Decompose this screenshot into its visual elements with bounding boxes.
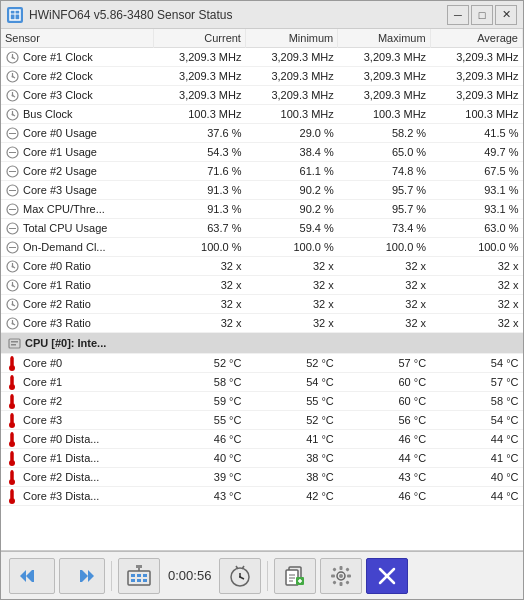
nav-back-button[interactable] bbox=[9, 558, 55, 594]
svg-rect-50 bbox=[11, 341, 18, 343]
maximum-value: 100.0 % bbox=[338, 238, 430, 257]
table-row[interactable]: Core #1 Ratio32 x32 x32 x32 x bbox=[1, 276, 523, 295]
usage-icon bbox=[5, 126, 19, 140]
nav-forward-group bbox=[59, 558, 105, 594]
minimum-value: 55 °C bbox=[245, 392, 337, 411]
table-row[interactable]: Core #2 Ratio32 x32 x32 x32 x bbox=[1, 295, 523, 314]
table-row[interactable]: Core #259 °C55 °C60 °C58 °C bbox=[1, 392, 523, 411]
table-row[interactable]: Bus Clock100.3 MHz100.3 MHz100.3 MHz100.… bbox=[1, 105, 523, 124]
minimum-value: 100.3 MHz bbox=[245, 105, 337, 124]
table-row[interactable]: Core #3 Usage91.3 %90.2 %95.7 %93.1 % bbox=[1, 181, 523, 200]
svg-rect-60 bbox=[11, 396, 14, 404]
table-row[interactable]: Core #052 °C52 °C57 °C54 °C bbox=[1, 354, 523, 373]
table-row[interactable]: Core #2 Dista...39 °C38 °C43 °C40 °C bbox=[1, 468, 523, 487]
minimum-value: 3,209.3 MHz bbox=[245, 48, 337, 67]
table-row[interactable]: Core #0 Ratio32 x32 x32 x32 x bbox=[1, 257, 523, 276]
clock-button[interactable] bbox=[219, 558, 261, 594]
table-row[interactable]: Core #355 °C52 °C56 °C54 °C bbox=[1, 411, 523, 430]
table-row[interactable]: Core #158 °C54 °C60 °C57 °C bbox=[1, 373, 523, 392]
svg-rect-82 bbox=[128, 571, 150, 585]
sensor-name-cell: Core #2 Usage bbox=[1, 162, 153, 181]
clock-icon bbox=[5, 316, 19, 330]
table-row[interactable]: Core #0 Dista...46 °C41 °C46 °C44 °C bbox=[1, 430, 523, 449]
timer-display: 0:00:56 bbox=[164, 568, 215, 583]
minimum-value: 41 °C bbox=[245, 430, 337, 449]
svg-line-14 bbox=[12, 95, 15, 97]
maximum-value: 57 °C bbox=[338, 354, 430, 373]
average-value: 44 °C bbox=[430, 487, 522, 506]
current-value: 39 °C bbox=[153, 468, 245, 487]
sensor-label: Core #3 Ratio bbox=[23, 317, 91, 329]
table-row[interactable]: Core #3 Ratio32 x32 x32 x32 x bbox=[1, 314, 523, 333]
current-value: 55 °C bbox=[153, 411, 245, 430]
svg-rect-107 bbox=[340, 566, 343, 570]
close-button[interactable]: ✕ bbox=[495, 5, 517, 25]
table-row[interactable]: Max CPU/Thre...91.3 %90.2 %95.7 %93.1 % bbox=[1, 200, 523, 219]
sensor-name-cell: Core #3 Ratio bbox=[1, 314, 153, 333]
maximum-value: 65.0 % bbox=[338, 143, 430, 162]
svg-line-36 bbox=[12, 266, 15, 268]
minimum-value: 32 x bbox=[245, 276, 337, 295]
copy-button[interactable] bbox=[274, 558, 316, 594]
maximum-value: 46 °C bbox=[338, 487, 430, 506]
clock-icon bbox=[5, 278, 19, 292]
minimum-value: 3,209.3 MHz bbox=[245, 67, 337, 86]
table-row[interactable]: Core #3 Clock3,209.3 MHz3,209.3 MHz3,209… bbox=[1, 86, 523, 105]
table-row[interactable]: Core #2 Clock3,209.3 MHz3,209.3 MHz3,209… bbox=[1, 67, 523, 86]
svg-line-44 bbox=[12, 304, 15, 306]
maximum-value: 3,209.3 MHz bbox=[338, 48, 430, 67]
current-value: 52 °C bbox=[153, 354, 245, 373]
sensor-table-container[interactable]: Sensor Current Minimum Maximum Average C… bbox=[1, 29, 523, 551]
maximum-value: 74.8 % bbox=[338, 162, 430, 181]
svg-rect-66 bbox=[11, 434, 14, 442]
svg-rect-51 bbox=[11, 344, 16, 346]
sensor-label: Core #1 Usage bbox=[23, 146, 97, 158]
minimum-value: 38 °C bbox=[245, 449, 337, 468]
sensor-name-cell: Core #1 Clock bbox=[1, 48, 153, 67]
sensor-label: Core #0 Ratio bbox=[23, 260, 91, 272]
svg-rect-108 bbox=[340, 582, 343, 586]
current-value: 91.3 % bbox=[153, 200, 245, 219]
svg-marker-80 bbox=[88, 570, 94, 582]
maximize-button[interactable]: □ bbox=[471, 5, 493, 25]
usage-icon bbox=[5, 183, 19, 197]
svg-line-48 bbox=[12, 323, 15, 325]
table-row[interactable]: Core #3 Dista...43 °C42 °C46 °C44 °C bbox=[1, 487, 523, 506]
clock-icon bbox=[5, 88, 19, 102]
maximum-value: 56 °C bbox=[338, 411, 430, 430]
sensor-label: Core #3 bbox=[23, 414, 62, 426]
maximum-value: 3,209.3 MHz bbox=[338, 86, 430, 105]
minimize-button[interactable]: ─ bbox=[447, 5, 469, 25]
current-value: 58 °C bbox=[153, 373, 245, 392]
toolbar: 0:00:56 bbox=[1, 551, 523, 599]
svg-line-18 bbox=[12, 114, 15, 116]
table-row[interactable]: On-Demand Cl...100.0 %100.0 %100.0 %100.… bbox=[1, 238, 523, 257]
sensor-name-cell: Core #2 bbox=[1, 392, 153, 411]
sensor-name-cell: Core #1 bbox=[1, 373, 153, 392]
current-value: 71.6 % bbox=[153, 162, 245, 181]
table-row[interactable]: Core #0 Usage37.6 %29.0 %58.2 %41.5 % bbox=[1, 124, 523, 143]
table-row[interactable]: Core #2 Usage71.6 %61.1 %74.8 %67.5 % bbox=[1, 162, 523, 181]
average-value: 44 °C bbox=[430, 430, 522, 449]
nav-forward-button[interactable] bbox=[59, 558, 105, 594]
svg-marker-76 bbox=[26, 570, 32, 582]
settings-button[interactable] bbox=[320, 558, 362, 594]
table-row[interactable]: Core #1 Dista...40 °C38 °C44 °C41 °C bbox=[1, 449, 523, 468]
table-row[interactable]: Total CPU Usage63.7 %59.4 %73.4 %63.0 % bbox=[1, 219, 523, 238]
table-row[interactable]: Core #1 Usage54.3 %38.4 %65.0 %49.7 % bbox=[1, 143, 523, 162]
sensor-name-cell: Core #0 bbox=[1, 354, 153, 373]
clock-icon bbox=[5, 50, 19, 64]
close-app-button[interactable] bbox=[366, 558, 408, 594]
table-row[interactable]: Core #1 Clock3,209.3 MHz3,209.3 MHz3,209… bbox=[1, 48, 523, 67]
sensor-label: Total CPU Usage bbox=[23, 222, 107, 234]
current-value: 63.7 % bbox=[153, 219, 245, 238]
maximum-value: 95.7 % bbox=[338, 200, 430, 219]
svg-line-40 bbox=[12, 285, 15, 287]
network-button[interactable] bbox=[118, 558, 160, 594]
svg-rect-75 bbox=[11, 491, 14, 499]
usage-icon bbox=[5, 164, 19, 178]
current-value: 59 °C bbox=[153, 392, 245, 411]
svg-rect-83 bbox=[131, 574, 135, 577]
svg-rect-78 bbox=[32, 570, 34, 582]
maximum-value: 32 x bbox=[338, 276, 430, 295]
